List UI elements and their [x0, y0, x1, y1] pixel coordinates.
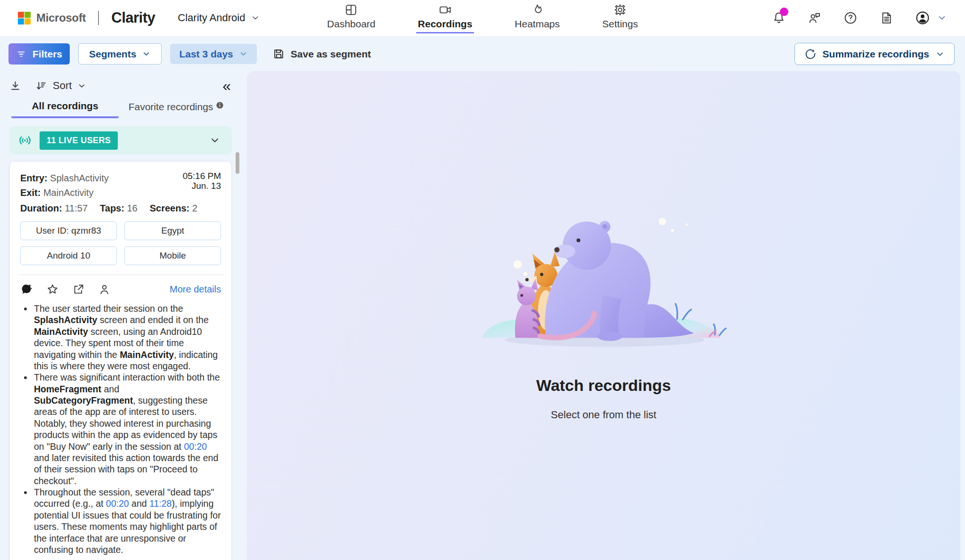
filters-toolbar: Filters Segments Last 3 days Save as seg… — [0, 36, 965, 71]
chip-os[interactable]: Android 10 — [20, 246, 117, 265]
chips-grid: User ID: qzmr83 Egypt Android 10 Mobile — [20, 221, 221, 265]
date-range-label: Last 3 days — [179, 49, 233, 60]
card-divider — [17, 275, 224, 275]
summary-text: screen and ended it on the — [97, 315, 208, 325]
live-users-badge: 11 LIVE USERS — [40, 131, 118, 150]
docs-button[interactable] — [879, 11, 893, 25]
recordings-icon — [439, 3, 452, 16]
timestamp-link[interactable]: 00:20 — [184, 441, 207, 452]
help-icon — [843, 11, 858, 25]
dashboard-icon — [344, 3, 358, 16]
stat-value: 2 — [192, 203, 197, 213]
summary-bullet: Throughout the session, several "dead ta… — [33, 487, 221, 555]
tab-label: All recordings — [32, 100, 98, 111]
save-as-segment-label: Save as segment — [291, 49, 371, 60]
tab-all-recordings[interactable]: All recordings — [9, 100, 121, 118]
summary-list: The user started their session on the Sp… — [20, 303, 221, 555]
share-icon[interactable] — [72, 283, 85, 296]
empty-state-subtitle: Select one from the list — [551, 409, 656, 421]
stat-label: Taps: — [100, 203, 124, 213]
sort-icon — [35, 80, 47, 92]
nav-recordings[interactable]: Recordings — [416, 3, 474, 33]
live-broadcast-icon — [18, 133, 32, 147]
document-icon — [879, 11, 893, 25]
chevron-down-icon — [935, 49, 945, 59]
recording-date: Jun. 13 — [183, 181, 221, 191]
info-icon — [216, 100, 224, 112]
nav-dashboard[interactable]: Dashboard — [325, 3, 377, 33]
recordings-sidebar: Sort « All recordings Favorite recording… — [0, 71, 243, 560]
filters-label: Filters — [33, 49, 62, 60]
summary-text: The user started their session on the — [34, 303, 183, 314]
timestamp-link[interactable]: 11:28 — [149, 498, 172, 509]
help-button[interactable] — [843, 11, 858, 25]
sort-dropdown[interactable]: Sort — [35, 80, 86, 92]
empty-state-title: Watch recordings — [536, 376, 671, 395]
content-area: Sort « All recordings Favorite recording… — [0, 71, 965, 560]
save-as-segment-button[interactable]: Save as segment — [273, 48, 371, 60]
card-actions: More details — [20, 283, 221, 296]
settings-gear-icon — [613, 3, 627, 16]
recording-timestamp: 05:16 PM Jun. 13 — [183, 171, 221, 200]
notification-dot — [780, 8, 788, 16]
tab-label: Favorite recordings — [129, 101, 213, 112]
people-chat-icon — [808, 11, 822, 25]
summary-bold-text: MainActivity — [34, 326, 88, 337]
sidebar-toolbar: Sort « — [9, 75, 232, 97]
notifications-button[interactable] — [772, 11, 786, 25]
recording-time: 05:16 PM — [183, 171, 221, 181]
nav-label: Heatmaps — [513, 17, 562, 32]
chevron-down-icon — [142, 49, 151, 58]
tab-favorite-recordings[interactable]: Favorite recordings — [121, 100, 232, 118]
entry-label: Entry: — [20, 173, 48, 183]
entry-exit-block: Entry: SplashActivity Exit: MainActivity — [20, 171, 109, 200]
collapse-panel-button[interactable]: « — [222, 78, 232, 93]
microsoft-logo-icon: Microsoft — [18, 11, 86, 24]
brand-divider — [98, 11, 99, 25]
stat-value: 11:57 — [65, 203, 88, 213]
summary-bold-text: HomeFragment — [34, 384, 101, 394]
chip-country[interactable]: Egypt — [124, 221, 221, 240]
save-icon — [273, 48, 285, 60]
date-range-dropdown[interactable]: Last 3 days — [170, 44, 256, 64]
favorite-star-icon[interactable] — [46, 283, 59, 296]
download-icon — [9, 80, 21, 92]
clarity-wordmark: Clarity — [111, 9, 155, 26]
feedback-button[interactable] — [808, 11, 822, 25]
download-button[interactable] — [9, 80, 21, 92]
nav-label: Dashboard — [325, 17, 377, 32]
recordings-tabs: All recordings Favorite recordings — [9, 100, 232, 118]
chevron-down-icon — [251, 13, 260, 23]
summary-bold-text: SubCategoryFragment — [34, 395, 133, 406]
copilot-summary-icon[interactable] — [20, 283, 33, 296]
top-bar: Microsoft Clarity Clarity Android Dashbo… — [0, 0, 965, 36]
sort-label: Sort — [53, 80, 72, 92]
account-icon — [915, 10, 930, 25]
project-selector[interactable]: Clarity Android — [178, 12, 260, 24]
sidebar-scrollbar[interactable] — [236, 152, 239, 174]
recording-card[interactable]: Entry: SplashActivity Exit: MainActivity… — [9, 161, 232, 560]
segments-label: Segments — [89, 49, 136, 60]
summary-bold-text: SplashActivity — [34, 315, 97, 325]
summary-text: and — [101, 384, 119, 394]
timestamp-link[interactable]: 00:20 — [106, 498, 129, 509]
chip-user-id[interactable]: User ID: qzmr83 — [20, 221, 117, 240]
account-menu[interactable] — [915, 10, 947, 25]
clarity-app: Microsoft Clarity Clarity Android Dashbo… — [0, 0, 965, 560]
nav-settings[interactable]: Settings — [600, 3, 640, 33]
chevron-down-icon — [937, 13, 947, 23]
live-users-banner[interactable]: 11 LIVE USERS — [9, 126, 232, 154]
chip-device[interactable]: Mobile — [124, 246, 221, 265]
top-bar-actions — [772, 10, 947, 25]
summary-bullet: There was significant interaction with b… — [33, 372, 221, 487]
nav-heatmaps[interactable]: Heatmaps — [513, 3, 562, 33]
empty-state: Watch recordings Select one from the lis… — [467, 197, 740, 421]
chevron-down-icon[interactable] — [209, 135, 221, 146]
filters-button[interactable]: Filters — [8, 43, 70, 65]
user-icon[interactable] — [98, 283, 111, 296]
more-details-link[interactable]: More details — [170, 284, 221, 295]
project-name: Clarity Android — [178, 12, 245, 24]
summarize-recordings-button[interactable]: Summarize recordings — [794, 43, 955, 65]
segments-dropdown[interactable]: Segments — [78, 43, 162, 65]
summary-bold-text: MainActivity — [120, 349, 174, 360]
